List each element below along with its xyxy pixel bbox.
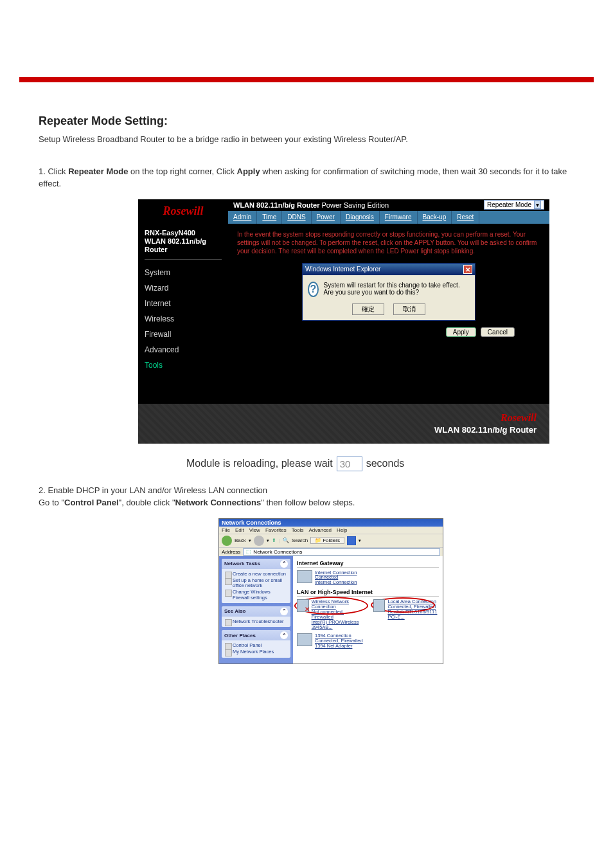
nav-internet[interactable]: Internet xyxy=(145,296,222,311)
panel-title-other-text: Other Places xyxy=(224,633,256,638)
conn-wireless-text: Wireless Network Connection Not connecte… xyxy=(312,599,364,629)
panel-title-other[interactable]: Other Places ⌃ xyxy=(222,630,290,640)
step2-mid: ", double click " xyxy=(119,498,175,507)
router-title-bar: WLAN 802.11n/b/g Router Power Saving Edi… xyxy=(228,199,549,211)
nav-advanced[interactable]: Advanced xyxy=(145,342,222,357)
window-body: Network Tasks ⌃ Create a new connection … xyxy=(219,556,443,664)
row-gateway: Internet Connection Connected Internet C… xyxy=(297,570,439,586)
task-setup-network[interactable]: Set up a home or small office network xyxy=(225,577,287,590)
conn-internet[interactable]: Internet Connection Connected Internet C… xyxy=(297,570,357,586)
task-troubleshooter[interactable]: Network Troubleshooter xyxy=(225,619,287,625)
row-lan: ✕ Wireless Network Connection Not connec… xyxy=(297,599,439,629)
product-name: RNX-EasyN400 WLAN 802.11n/b/g Router xyxy=(145,229,222,260)
nav-tools[interactable]: Tools xyxy=(145,357,222,373)
firewire-icon xyxy=(297,633,312,646)
mode-select-label: Repeater Mode xyxy=(487,201,531,208)
conn-lan[interactable]: Local Area Connection Connected, Firewal… xyxy=(373,599,439,629)
router-body: RNX-EasyN400 WLAN 802.11n/b/g Router Sys… xyxy=(138,224,549,404)
conn-lan-sub: Realtek RTL8168/8111 PCI-E... xyxy=(387,610,439,620)
tab-time[interactable]: Time xyxy=(257,211,282,224)
step1-prefix: 1. Click xyxy=(39,167,68,176)
step2-bold: Control Panel xyxy=(64,498,119,507)
toolbar: Back ▾ ▾ ⬆ | 🔍 Search 📁 Folders ▾ xyxy=(219,534,443,548)
router-title-sub: Power Saving Edition xyxy=(319,201,389,209)
reset-description: In the event the system stops responding… xyxy=(237,230,540,255)
menu-tools[interactable]: Tools xyxy=(292,527,304,533)
back-label: Back xyxy=(235,538,246,543)
nav-wizard[interactable]: Wizard xyxy=(145,280,222,296)
tab-backup[interactable]: Back-up xyxy=(418,211,452,224)
group-internet-gateway: Internet Gateway xyxy=(297,560,439,568)
menu-file[interactable]: File xyxy=(222,527,230,533)
address-field[interactable]: ⬚ Network Connections xyxy=(243,548,440,556)
panel-title-seealso[interactable]: See Also ⌃ xyxy=(222,606,290,617)
folders-button[interactable]: 📁 Folders xyxy=(310,537,344,544)
brand-logo: Rosewill xyxy=(138,199,228,224)
window-title-text: Network Connections xyxy=(222,520,281,526)
router-main: In the event the system stops responding… xyxy=(228,224,549,404)
tab-ddns[interactable]: DDNS xyxy=(282,211,311,224)
tab-power[interactable]: Power xyxy=(312,211,341,224)
cancel-button[interactable]: Cancel xyxy=(481,327,515,337)
reloading-message: Module is reloading, please wait 30 seco… xyxy=(186,457,475,471)
task-create-connection[interactable]: Create a new connection xyxy=(225,571,287,577)
tab-reset[interactable]: Reset xyxy=(452,211,479,224)
dialog-titlebar: Windows Internet Explorer ✕ xyxy=(303,264,475,275)
router-title: WLAN 802.11n/b/g Router Power Saving Edi… xyxy=(233,201,389,209)
mode-select[interactable]: Repeater Mode ▾ xyxy=(484,200,544,210)
group-lan: LAN or High-Speed Internet xyxy=(297,589,439,597)
link-my-network-places[interactable]: My Network Places xyxy=(225,649,287,655)
step2-prefix: Go to " xyxy=(39,498,64,507)
nav-wireless[interactable]: Wireless xyxy=(145,311,222,327)
panel-title-tasks[interactable]: Network Tasks ⌃ xyxy=(222,559,290,569)
close-icon[interactable]: ✕ xyxy=(463,265,472,274)
top-red-bar xyxy=(19,77,594,82)
forward-icon[interactable] xyxy=(254,536,264,546)
nav-system[interactable]: System xyxy=(145,265,222,280)
link-control-panel[interactable]: Control Panel xyxy=(225,642,287,649)
conn-1394-text: 1394 Connection Connected, Firewalled 13… xyxy=(315,633,363,649)
section-intro: Setup Wireless Broadband Router to be a … xyxy=(39,133,574,146)
router-sidebar: RNX-EasyN400 WLAN 802.11n/b/g Router Sys… xyxy=(138,224,228,404)
menu-advanced[interactable]: Advanced xyxy=(308,527,332,533)
up-icon[interactable]: ⬆ xyxy=(272,538,276,543)
product-line2: WLAN 802.11n/b/g Router xyxy=(145,237,222,254)
address-label: Address xyxy=(222,549,240,555)
lan-icon xyxy=(373,599,386,612)
apply-button[interactable]: Apply xyxy=(446,327,476,337)
tab-firmware[interactable]: Firmware xyxy=(380,211,418,224)
conn-1394-sub: 1394 Net Adapter xyxy=(315,644,363,649)
dialog-ok-button[interactable]: 確定 xyxy=(352,303,384,315)
panel-network-tasks: Network Tasks ⌃ Create a new connection … xyxy=(222,559,290,603)
router-title-main: WLAN 802.11n/b/g Router xyxy=(233,201,319,209)
search-icon[interactable]: 🔍 xyxy=(283,538,289,543)
network-connections-window: Network Connections File Edit View Favor… xyxy=(218,518,443,664)
menu-view[interactable]: View xyxy=(249,527,260,533)
product-line1: RNX-EasyN400 xyxy=(145,229,222,237)
tab-admin[interactable]: Admin xyxy=(228,211,257,224)
nav-firewall[interactable]: Firewall xyxy=(145,327,222,342)
section-title: Repeater Mode Setting: xyxy=(39,114,574,128)
step2-line2: Go to "Control Panel", double click "Net… xyxy=(39,496,574,509)
task-firewall-settings[interactable]: Change Windows Firewall settings xyxy=(225,589,287,601)
menu-favorites[interactable]: Favorites xyxy=(265,527,287,533)
globe-icon xyxy=(297,570,312,583)
tab-diagnosis[interactable]: Diagnosis xyxy=(341,211,380,224)
conn-1394[interactable]: 1394 Connection Connected, Firewalled 13… xyxy=(297,633,363,649)
dialog-buttons: 確定 取消 xyxy=(303,301,475,320)
dropdown-icon[interactable]: ▾ xyxy=(249,538,251,543)
dialog-cancel-button[interactable]: 取消 xyxy=(393,303,425,315)
dropdown-icon-3[interactable]: ▾ xyxy=(359,538,361,543)
back-icon[interactable] xyxy=(222,536,232,546)
panel-title-seealso-text: See Also xyxy=(224,608,246,614)
collapse-icon: ⌃ xyxy=(280,560,288,568)
dropdown-icon-2[interactable]: ▾ xyxy=(267,538,269,543)
router-top: Rosewill WLAN 802.11n/b/g Router Power S… xyxy=(138,199,549,224)
menu-edit[interactable]: Edit xyxy=(235,527,244,533)
address-value: Network Connections xyxy=(253,549,302,555)
views-icon[interactable] xyxy=(347,536,356,545)
menu-help[interactable]: Help xyxy=(337,527,347,533)
conn-lan-text: Local Area Connection Connected, Firewal… xyxy=(387,599,439,620)
conn-wireless[interactable]: ✕ Wireless Network Connection Not connec… xyxy=(297,599,364,629)
row-1394: 1394 Connection Connected, Firewalled 13… xyxy=(297,633,439,649)
